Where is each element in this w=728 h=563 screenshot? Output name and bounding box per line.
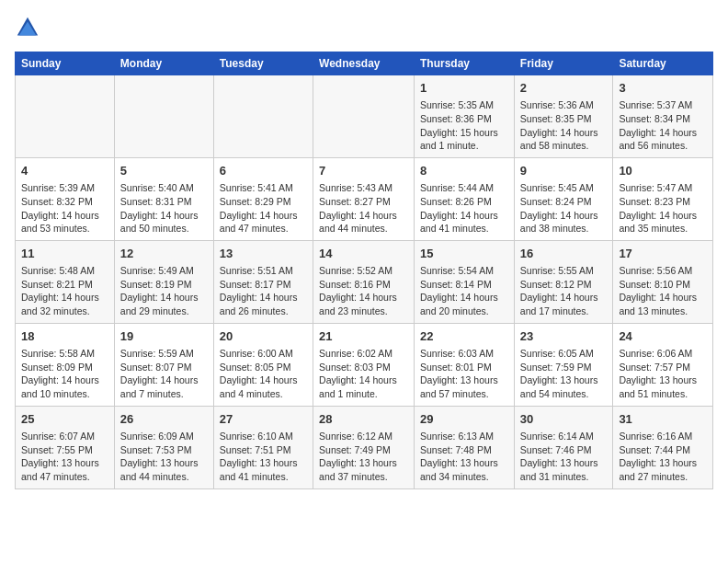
- day-number: 18: [21, 328, 108, 345]
- day-info: Sunrise: 5:54 AM: [420, 264, 508, 278]
- day-cell: 20Sunrise: 6:00 AMSunset: 8:05 PMDayligh…: [213, 323, 313, 406]
- day-info: Sunrise: 5:59 AM: [120, 347, 208, 361]
- day-info: Daylight: 14 hours and 17 minutes.: [520, 291, 608, 317]
- day-info: Sunrise: 6:06 AM: [619, 347, 707, 361]
- day-info: Sunset: 8:35 PM: [520, 112, 608, 126]
- day-cell: 31Sunrise: 6:16 AMSunset: 7:44 PMDayligh…: [613, 406, 713, 488]
- day-info: Sunset: 8:19 PM: [120, 278, 208, 292]
- week-row-2: 4Sunrise: 5:39 AMSunset: 8:32 PMDaylight…: [16, 157, 713, 240]
- day-info: Sunrise: 6:14 AM: [520, 430, 608, 443]
- day-info: Sunset: 8:34 PM: [619, 112, 707, 126]
- day-info: Sunrise: 5:36 AM: [520, 98, 608, 112]
- day-info: Sunset: 8:14 PM: [420, 278, 508, 292]
- day-info: Sunrise: 5:47 AM: [619, 181, 707, 195]
- day-number: 30: [520, 411, 608, 428]
- day-info: Sunrise: 6:07 AM: [21, 430, 108, 443]
- day-cell: 28Sunrise: 6:12 AMSunset: 7:49 PMDayligh…: [313, 406, 415, 488]
- day-number: 5: [120, 163, 208, 179]
- day-cell: 16Sunrise: 5:55 AMSunset: 8:12 PMDayligh…: [514, 240, 613, 323]
- day-info: Sunset: 8:01 PM: [420, 361, 508, 374]
- day-info: Sunrise: 5:44 AM: [420, 181, 508, 195]
- day-info: Sunrise: 5:45 AM: [520, 181, 608, 195]
- day-cell: 17Sunrise: 5:56 AMSunset: 8:10 PMDayligh…: [613, 240, 713, 323]
- day-info: Daylight: 14 hours and 29 minutes.: [120, 291, 208, 317]
- day-info: Sunset: 8:12 PM: [520, 278, 608, 292]
- day-number: 29: [420, 411, 508, 428]
- day-info: Daylight: 13 hours and 54 minutes.: [520, 373, 608, 400]
- day-info: Daylight: 14 hours and 38 minutes.: [520, 209, 608, 236]
- day-info: Daylight: 14 hours and 35 minutes.: [619, 209, 707, 236]
- day-number: 13: [220, 246, 307, 262]
- day-cell: 14Sunrise: 5:52 AMSunset: 8:16 PMDayligh…: [313, 240, 415, 323]
- day-cell: 3Sunrise: 5:37 AMSunset: 8:34 PMDaylight…: [613, 75, 713, 158]
- day-info: Sunrise: 6:00 AM: [220, 347, 307, 361]
- day-info: Daylight: 13 hours and 27 minutes.: [619, 456, 707, 483]
- day-info: Sunset: 8:03 PM: [319, 361, 408, 374]
- calendar-table: SundayMondayTuesdayWednesdayThursdayFrid…: [15, 52, 713, 489]
- day-number: 17: [619, 246, 707, 262]
- day-number: 15: [420, 246, 508, 262]
- day-info: Sunrise: 5:40 AM: [120, 181, 208, 195]
- week-row-5: 25Sunrise: 6:07 AMSunset: 7:55 PMDayligh…: [16, 406, 713, 488]
- day-cell: [16, 75, 115, 158]
- day-cell: 10Sunrise: 5:47 AMSunset: 8:23 PMDayligh…: [613, 157, 713, 240]
- day-cell: 5Sunrise: 5:40 AMSunset: 8:31 PMDaylight…: [114, 157, 213, 240]
- day-info: Sunrise: 5:39 AM: [21, 181, 108, 195]
- day-info: Daylight: 15 hours and 1 minute.: [420, 126, 508, 153]
- day-cell: 18Sunrise: 5:58 AMSunset: 8:09 PMDayligh…: [16, 323, 115, 406]
- day-cell: 19Sunrise: 5:59 AMSunset: 8:07 PMDayligh…: [114, 323, 213, 406]
- day-number: 8: [420, 163, 508, 179]
- day-number: 20: [220, 328, 307, 345]
- day-info: Daylight: 14 hours and 44 minutes.: [319, 209, 408, 236]
- day-info: Sunset: 8:07 PM: [120, 361, 208, 374]
- day-info: Sunset: 8:21 PM: [21, 278, 108, 292]
- day-cell: 9Sunrise: 5:45 AMSunset: 8:24 PMDaylight…: [514, 157, 613, 240]
- day-number: 19: [120, 328, 208, 345]
- day-info: Sunset: 8:24 PM: [520, 195, 608, 209]
- day-info: Sunset: 7:53 PM: [120, 443, 208, 457]
- day-cell: 22Sunrise: 6:03 AMSunset: 8:01 PMDayligh…: [415, 323, 515, 406]
- day-cell: 15Sunrise: 5:54 AMSunset: 8:14 PMDayligh…: [415, 240, 515, 323]
- day-info: Daylight: 13 hours and 51 minutes.: [619, 373, 707, 400]
- day-info: Daylight: 13 hours and 57 minutes.: [420, 373, 508, 400]
- day-number: 21: [319, 328, 408, 345]
- day-info: Sunrise: 5:55 AM: [520, 264, 608, 278]
- logo: [15, 15, 44, 40]
- day-info: Sunrise: 6:05 AM: [520, 347, 608, 361]
- day-number: 3: [619, 80, 707, 97]
- day-info: Sunset: 8:10 PM: [619, 278, 707, 292]
- day-info: Sunset: 8:36 PM: [420, 112, 508, 126]
- day-cell: [313, 75, 415, 158]
- header-cell-friday: Friday: [514, 52, 613, 75]
- header-cell-sunday: Sunday: [16, 52, 115, 75]
- day-info: Sunset: 8:32 PM: [21, 195, 108, 209]
- day-number: 26: [120, 411, 208, 428]
- day-cell: 11Sunrise: 5:48 AMSunset: 8:21 PMDayligh…: [16, 240, 115, 323]
- day-cell: [114, 75, 213, 158]
- day-info: Daylight: 13 hours and 47 minutes.: [21, 456, 108, 483]
- day-info: Sunset: 8:27 PM: [319, 195, 408, 209]
- logo-icon: [15, 15, 40, 40]
- day-number: 27: [220, 411, 307, 428]
- day-cell: 26Sunrise: 6:09 AMSunset: 7:53 PMDayligh…: [114, 406, 213, 488]
- day-cell: 25Sunrise: 6:07 AMSunset: 7:55 PMDayligh…: [16, 406, 115, 488]
- day-info: Sunset: 8:16 PM: [319, 278, 408, 292]
- day-number: 10: [619, 163, 707, 179]
- day-cell: 13Sunrise: 5:51 AMSunset: 8:17 PMDayligh…: [213, 240, 313, 323]
- day-info: Sunrise: 5:43 AM: [319, 181, 408, 195]
- day-info: Sunrise: 6:10 AM: [220, 430, 307, 443]
- day-info: Sunset: 7:48 PM: [420, 443, 508, 457]
- day-info: Daylight: 14 hours and 13 minutes.: [619, 291, 707, 317]
- day-cell: [213, 75, 313, 158]
- day-info: Daylight: 14 hours and 20 minutes.: [420, 291, 508, 317]
- day-info: Sunrise: 5:58 AM: [21, 347, 108, 361]
- day-info: Daylight: 14 hours and 10 minutes.: [21, 373, 108, 400]
- day-info: Daylight: 13 hours and 37 minutes.: [319, 456, 408, 483]
- header-cell-thursday: Thursday: [415, 52, 515, 75]
- day-info: Daylight: 13 hours and 44 minutes.: [120, 456, 208, 483]
- day-info: Sunrise: 5:48 AM: [21, 264, 108, 278]
- header-cell-tuesday: Tuesday: [213, 52, 313, 75]
- day-cell: 12Sunrise: 5:49 AMSunset: 8:19 PMDayligh…: [114, 240, 213, 323]
- day-info: Sunset: 7:51 PM: [220, 443, 307, 457]
- day-info: Daylight: 14 hours and 4 minutes.: [220, 373, 307, 400]
